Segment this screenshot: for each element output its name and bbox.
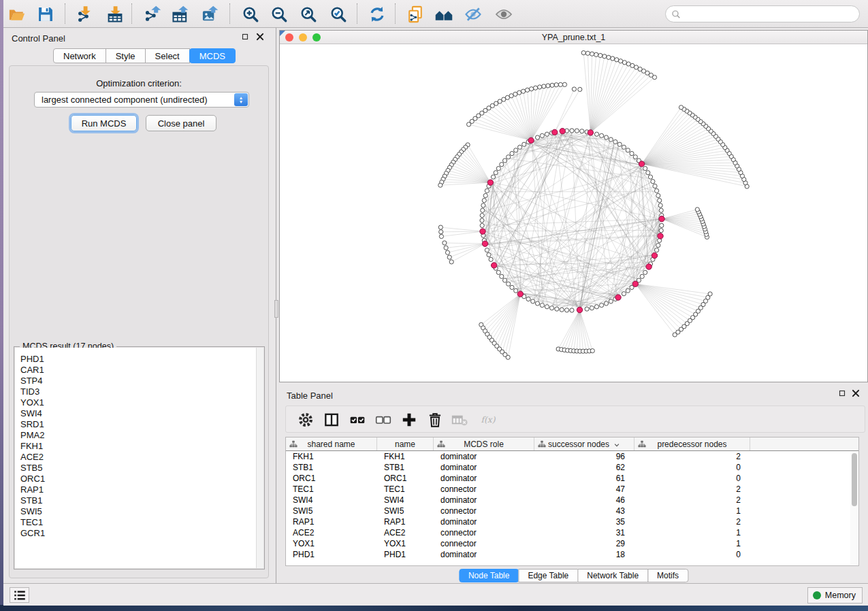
mcds-node[interactable] <box>646 264 652 269</box>
network-node[interactable] <box>500 163 504 167</box>
network-node[interactable] <box>481 208 485 212</box>
select-all-columns-button[interactable] <box>347 410 368 430</box>
close-panel-button[interactable] <box>255 32 266 43</box>
table-settings-button[interactable] <box>295 410 316 430</box>
mcds-result-item[interactable]: SWI4 <box>15 408 256 419</box>
network-leaf-node[interactable] <box>443 241 447 245</box>
network-leaf-node[interactable] <box>695 208 699 212</box>
network-node[interactable] <box>648 175 652 179</box>
network-node[interactable] <box>609 299 613 303</box>
mcds-node[interactable] <box>528 137 534 143</box>
network-node[interactable] <box>656 243 660 247</box>
network-node[interactable] <box>658 199 662 203</box>
task-history-button[interactable] <box>10 587 29 603</box>
mcds-node[interactable] <box>615 295 621 300</box>
mcds-node[interactable] <box>482 241 487 246</box>
network-node[interactable] <box>630 152 634 156</box>
table-scrollbar-thumb[interactable] <box>852 453 857 506</box>
mcds-result-item[interactable]: ACE2 <box>15 452 256 463</box>
network-node[interactable] <box>590 306 594 310</box>
network-node[interactable] <box>626 148 630 152</box>
table-row[interactable]: PHD1PHD1dominator180 <box>286 549 858 560</box>
network-leaf-node[interactable] <box>449 260 453 264</box>
network-leaf-node[interactable] <box>550 83 554 87</box>
export-network-button[interactable] <box>142 3 164 25</box>
network-leaf-node[interactable] <box>572 87 576 91</box>
network-node[interactable] <box>600 303 604 308</box>
save-session-button[interactable] <box>35 3 57 25</box>
tab-mcds[interactable]: MCDS <box>189 48 236 63</box>
network-leaf-node[interactable] <box>467 122 471 127</box>
mcds-node[interactable] <box>560 129 565 134</box>
network-node[interactable] <box>535 301 539 306</box>
network-node[interactable] <box>507 282 511 286</box>
network-node[interactable] <box>659 208 663 212</box>
tab-style[interactable]: Style <box>106 48 146 63</box>
network-node[interactable] <box>526 297 530 301</box>
zoom-in-button[interactable] <box>240 3 261 25</box>
float-panel-button[interactable] <box>240 32 251 43</box>
column-header-shared-name[interactable]: shared name <box>286 437 377 450</box>
network-leaf-node[interactable] <box>607 55 611 59</box>
network-from-selection-button[interactable] <box>404 3 426 25</box>
mcds-node[interactable] <box>588 130 593 135</box>
network-node[interactable] <box>633 155 637 159</box>
network-node[interactable] <box>626 288 630 293</box>
network-leaf-node[interactable] <box>444 246 448 250</box>
mcds-result-item[interactable]: SRD1 <box>15 419 256 430</box>
mcds-node[interactable] <box>659 216 664 222</box>
network-node[interactable] <box>640 274 644 278</box>
network-node[interactable] <box>531 299 535 303</box>
network-node[interactable] <box>609 137 613 142</box>
network-leaf-node[interactable] <box>447 255 451 259</box>
mcds-result-item[interactable]: YOX1 <box>15 397 256 408</box>
network-node[interactable] <box>660 223 664 227</box>
mcds-node[interactable] <box>658 233 663 239</box>
close-table-panel-button[interactable] <box>850 389 861 399</box>
refresh-layout-button[interactable] <box>366 3 388 25</box>
mcds-result-item[interactable]: STB5 <box>15 463 256 474</box>
network-node[interactable] <box>510 285 514 289</box>
network-leaf-node[interactable] <box>521 89 526 93</box>
network-node[interactable] <box>622 292 626 296</box>
network-leaf-node[interactable] <box>506 355 510 359</box>
network-node[interactable] <box>494 171 498 175</box>
column-header-successor-nodes[interactable]: successor nodes <box>534 437 634 450</box>
search-input[interactable] <box>681 7 859 21</box>
network-leaf-node[interactable] <box>679 105 683 110</box>
import-network-button[interactable] <box>74 3 96 25</box>
mcds-result-item[interactable]: TID3 <box>15 386 256 397</box>
mcds-result-item[interactable]: SWI5 <box>15 506 256 517</box>
network-leaf-node[interactable] <box>615 58 619 62</box>
network-node[interactable] <box>560 308 564 312</box>
network-leaf-node[interactable] <box>558 82 562 86</box>
zoom-selected-button[interactable] <box>327 3 349 25</box>
show-all-button[interactable] <box>493 3 515 25</box>
table-row[interactable]: ORC1ORC1dominator610 <box>286 473 858 484</box>
network-node[interactable] <box>585 307 589 311</box>
mcds-result-item[interactable]: FKH1 <box>15 441 256 452</box>
zoom-fit-button[interactable] <box>298 3 319 25</box>
table-row[interactable]: STB1STB1dominator620 <box>286 462 858 473</box>
mcds-node[interactable] <box>639 161 644 167</box>
mcds-node[interactable] <box>632 281 638 286</box>
mcds-result-item[interactable]: GCR1 <box>15 528 256 539</box>
network-node[interactable] <box>482 199 486 203</box>
network-node[interactable] <box>489 257 493 261</box>
float-table-panel-button[interactable] <box>837 389 848 399</box>
network-node[interactable] <box>643 270 647 274</box>
network-node[interactable] <box>503 159 507 163</box>
mcds-result-item[interactable]: PHD1 <box>15 354 256 365</box>
network-leaf-node[interactable] <box>626 62 630 66</box>
network-node[interactable] <box>510 152 514 156</box>
network-node[interactable] <box>653 184 657 188</box>
network-leaf-node[interactable] <box>445 250 449 254</box>
network-node[interactable] <box>622 145 626 149</box>
network-leaf-node[interactable] <box>554 83 558 87</box>
network-node[interactable] <box>617 142 622 146</box>
network-leaf-node[interactable] <box>622 61 626 65</box>
network-leaf-node[interactable] <box>619 59 623 63</box>
network-leaf-node[interactable] <box>602 54 607 59</box>
close-panel-button-mcds[interactable]: Close panel <box>146 115 216 131</box>
network-node[interactable] <box>655 188 659 193</box>
